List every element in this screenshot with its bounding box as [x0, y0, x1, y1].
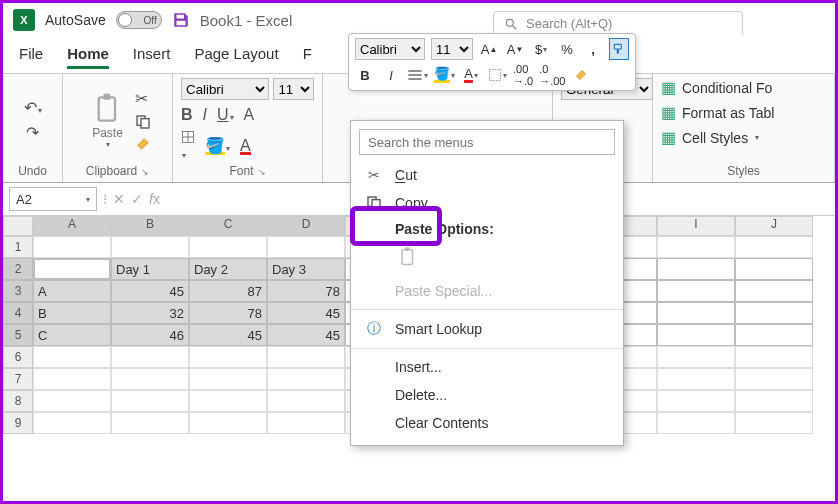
font-size-select[interactable]: 11 — [273, 78, 314, 100]
mini-size-select[interactable]: 11 — [431, 38, 473, 60]
col-header[interactable]: I — [657, 216, 735, 236]
increase-font-icon[interactable]: A▲ — [479, 38, 499, 60]
format-as-table-button[interactable]: ▦ Format as Tabl — [661, 103, 774, 122]
menu-search-input[interactable] — [359, 129, 615, 155]
clipboard-launcher-icon[interactable]: ↘ — [141, 167, 149, 177]
menu-delete[interactable]: Delete... — [351, 381, 623, 409]
row-header[interactable]: 9 — [3, 412, 33, 434]
cell[interactable]: Day 3 — [267, 258, 345, 280]
italic-icon[interactable]: I — [381, 64, 401, 86]
bold-icon[interactable]: B — [181, 106, 193, 124]
percent-format-icon[interactable]: % — [557, 38, 577, 60]
copy-icon[interactable] — [135, 114, 151, 130]
decrease-decimal-icon[interactable]: .00→.0 — [513, 64, 533, 86]
mini-font-select[interactable]: Calibri — [355, 38, 425, 60]
chevron-down-icon[interactable]: ▾ — [86, 195, 90, 204]
tab-insert[interactable]: Insert — [133, 45, 171, 69]
row-header[interactable]: 5 — [3, 324, 33, 346]
decrease-font-icon[interactable]: A▼ — [505, 38, 525, 60]
tab-file[interactable]: File — [19, 45, 43, 69]
menu-cut[interactable]: ✂ Cut — [351, 161, 623, 189]
svg-rect-2 — [614, 44, 621, 49]
conditional-formatting-icon: ▦ — [661, 78, 676, 97]
italic-icon[interactable]: I — [203, 106, 207, 124]
undo-icon[interactable]: ↶▾ — [24, 98, 42, 117]
paste-option-icon[interactable] — [395, 243, 421, 271]
row-header[interactable]: 4 — [3, 302, 33, 324]
cell[interactable]: 46 — [111, 324, 189, 346]
menu-insert[interactable]: Insert... — [351, 353, 623, 381]
clear-format-icon[interactable] — [571, 64, 591, 86]
row-header[interactable]: 8 — [3, 390, 33, 412]
fill-color-icon[interactable]: 🪣▾ — [205, 137, 230, 155]
context-menu: ✂ Cut Copy Paste Options: Paste Special.… — [350, 120, 624, 446]
cell[interactable]: B — [33, 302, 111, 324]
svg-rect-9 — [103, 93, 110, 99]
cell[interactable]: A — [33, 280, 111, 302]
row-header[interactable]: 3 — [3, 280, 33, 302]
cell[interactable]: Day 1 — [111, 258, 189, 280]
conditional-formatting-button[interactable]: ▦ Conditional Fo — [661, 78, 772, 97]
tab-formulas[interactable]: F — [303, 45, 312, 69]
enter-formula-icon[interactable]: ✓ — [131, 191, 143, 207]
cell[interactable]: 45 — [267, 324, 345, 346]
cell[interactable] — [33, 258, 111, 280]
name-box[interactable]: A2 ▾ — [9, 187, 97, 211]
font-color-icon[interactable]: A▾ — [461, 64, 481, 86]
tab-page-layout[interactable]: Page Layout — [194, 45, 278, 69]
formula-dropdown-icon[interactable]: ⁝ — [103, 191, 107, 207]
borders-icon[interactable]: ▾ — [181, 130, 195, 162]
fill-color-icon[interactable]: 🪣▾ — [434, 64, 455, 86]
menu-clear-contents[interactable]: Clear Contents — [351, 409, 623, 437]
format-painter-icon[interactable] — [135, 136, 151, 152]
format-painter-icon[interactable] — [609, 38, 629, 60]
cell[interactable]: 45 — [189, 324, 267, 346]
row-header[interactable]: 7 — [3, 368, 33, 390]
menu-paste-options-label: Paste Options: — [351, 217, 623, 241]
col-header[interactable]: A — [33, 216, 111, 236]
row-header[interactable]: 6 — [3, 346, 33, 368]
cell[interactable]: 45 — [267, 302, 345, 324]
group-font-label: Font — [229, 164, 253, 178]
save-icon[interactable] — [172, 11, 190, 29]
row-header[interactable]: 1 — [3, 236, 33, 258]
paste-button[interactable]: Paste ▾ — [85, 92, 131, 149]
cell-styles-button[interactable]: ▦ Cell Styles▾ — [661, 128, 759, 147]
group-undo-label: Undo — [18, 162, 47, 180]
cut-icon: ✂ — [365, 167, 383, 183]
tab-home[interactable]: Home — [67, 45, 109, 69]
borders-icon[interactable]: ▾ — [487, 64, 507, 86]
tell-me-search[interactable]: Search (Alt+Q) — [493, 11, 743, 35]
col-header[interactable]: D — [267, 216, 345, 236]
align-icon[interactable]: ▾ — [407, 64, 428, 86]
increase-font-icon[interactable]: A — [244, 106, 255, 124]
bold-icon[interactable]: B — [355, 64, 375, 86]
font-color-icon[interactable]: A — [240, 137, 251, 155]
underline-icon[interactable]: U▾ — [217, 106, 234, 124]
row-header[interactable]: 2 — [3, 258, 33, 280]
cell[interactable]: 32 — [111, 302, 189, 324]
comma-format-icon[interactable]: , — [583, 38, 603, 60]
menu-copy[interactable]: Copy — [351, 189, 623, 217]
fx-icon[interactable]: fx — [149, 191, 160, 207]
col-header[interactable]: B — [111, 216, 189, 236]
increase-decimal-icon[interactable]: .0→.00 — [539, 64, 565, 86]
cut-icon[interactable]: ✂ — [135, 89, 151, 108]
col-header[interactable]: C — [189, 216, 267, 236]
cell[interactable]: Day 2 — [189, 258, 267, 280]
font-name-select[interactable]: Calibri — [181, 78, 269, 100]
redo-icon[interactable]: ↷ — [26, 123, 39, 142]
svg-rect-17 — [402, 250, 413, 265]
accounting-format-icon[interactable]: $▾ — [531, 38, 551, 60]
font-launcher-icon[interactable]: ↘ — [258, 167, 266, 177]
cell[interactable]: 87 — [189, 280, 267, 302]
menu-smart-lookup[interactable]: ⓘ Smart Lookup — [351, 314, 623, 344]
col-header[interactable]: J — [735, 216, 813, 236]
cell[interactable]: C — [33, 324, 111, 346]
cell[interactable]: 78 — [267, 280, 345, 302]
autosave-toggle[interactable]: Off — [116, 11, 162, 29]
cell[interactable]: 78 — [189, 302, 267, 324]
cancel-formula-icon[interactable]: ✕ — [113, 191, 125, 207]
select-all-corner[interactable] — [3, 216, 33, 236]
cell[interactable]: 45 — [111, 280, 189, 302]
